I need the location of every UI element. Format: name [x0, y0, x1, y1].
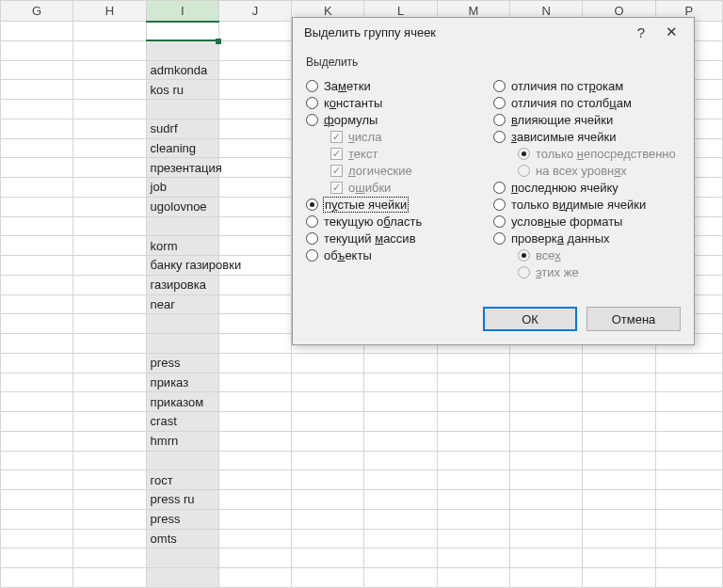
cell[interactable] — [437, 568, 509, 588]
cell[interactable] — [1, 60, 73, 80]
cell[interactable] — [1, 256, 73, 276]
cell[interactable]: презентация — [146, 158, 218, 178]
cell[interactable] — [510, 529, 583, 548]
radio-notes[interactable]: Заметки — [306, 79, 493, 93]
cell[interactable] — [1, 158, 73, 178]
cell[interactable] — [1, 178, 73, 198]
cell[interactable] — [510, 431, 583, 451]
cell[interactable] — [292, 529, 364, 548]
cell[interactable]: sudrf — [146, 119, 218, 138]
cell[interactable]: гост — [146, 470, 218, 490]
radio-condfmt[interactable]: условные форматы — [493, 215, 681, 229]
close-button[interactable]: ✕ — [656, 24, 686, 40]
cell[interactable] — [583, 451, 655, 470]
cell[interactable] — [364, 548, 437, 568]
column-header-J[interactable]: J — [218, 1, 291, 22]
cell[interactable] — [218, 548, 291, 568]
cell[interactable] — [364, 509, 437, 529]
cell[interactable] — [146, 548, 218, 568]
cell[interactable] — [510, 568, 583, 588]
radio-dependents[interactable]: зависимые ячейки — [493, 130, 681, 144]
cell[interactable] — [1, 431, 73, 451]
cell[interactable] — [73, 40, 146, 60]
cell[interactable] — [1, 138, 73, 158]
cell[interactable] — [73, 158, 146, 178]
cell[interactable] — [218, 392, 291, 412]
cell[interactable] — [1, 80, 73, 100]
cell[interactable] — [364, 412, 437, 432]
cell[interactable] — [1, 216, 73, 236]
cell[interactable] — [292, 509, 364, 529]
cell[interactable] — [364, 568, 437, 588]
cell[interactable] — [218, 490, 291, 510]
cell[interactable] — [292, 373, 364, 392]
cell[interactable] — [218, 568, 291, 588]
cell[interactable] — [655, 529, 722, 548]
cell[interactable] — [1, 490, 73, 510]
cell[interactable] — [655, 548, 722, 568]
radio-region[interactable]: текущую область — [306, 215, 493, 229]
cell[interactable]: crast — [146, 412, 218, 432]
cell[interactable] — [73, 412, 146, 432]
column-header-G[interactable]: G — [1, 1, 73, 22]
cell[interactable] — [292, 392, 364, 412]
cell[interactable] — [655, 412, 722, 432]
cell[interactable] — [73, 60, 146, 80]
cell[interactable] — [292, 451, 364, 470]
cell[interactable]: cleaning — [146, 138, 218, 158]
cell[interactable] — [437, 412, 509, 432]
cell[interactable] — [437, 392, 509, 412]
cell[interactable] — [292, 548, 364, 568]
cell[interactable] — [73, 178, 146, 198]
cell[interactable] — [364, 431, 437, 451]
cell[interactable]: ugolovnoe — [146, 197, 218, 216]
cell[interactable] — [218, 431, 291, 451]
radio-visible[interactable]: только видимые ячейки — [493, 198, 681, 212]
cell[interactable] — [1, 22, 73, 41]
cell[interactable] — [1, 373, 73, 392]
cell[interactable] — [364, 353, 437, 373]
cell[interactable] — [73, 119, 146, 138]
cell[interactable] — [218, 334, 291, 354]
cell[interactable] — [583, 353, 655, 373]
cell[interactable] — [73, 451, 146, 470]
cell[interactable] — [1, 568, 73, 588]
cell[interactable]: korm — [146, 236, 218, 256]
cell[interactable] — [292, 431, 364, 451]
cell[interactable] — [73, 294, 146, 314]
cell[interactable] — [437, 470, 509, 490]
cell[interactable] — [292, 568, 364, 588]
cell[interactable] — [1, 353, 73, 373]
cell[interactable] — [218, 529, 291, 548]
cell[interactable] — [73, 548, 146, 568]
cell[interactable] — [437, 548, 509, 568]
cell[interactable] — [1, 548, 73, 568]
cell[interactable] — [510, 412, 583, 432]
cell[interactable] — [73, 80, 146, 100]
cell[interactable] — [218, 178, 291, 198]
cell[interactable] — [1, 451, 73, 470]
column-header-I[interactable]: I — [146, 1, 218, 22]
cell[interactable] — [73, 431, 146, 451]
cell[interactable] — [364, 373, 437, 392]
radio-validation[interactable]: проверка данных — [493, 231, 681, 246]
cell[interactable] — [218, 22, 291, 41]
cell[interactable] — [218, 314, 291, 334]
cell[interactable] — [218, 275, 291, 294]
cell[interactable] — [364, 529, 437, 548]
cell[interactable] — [73, 529, 146, 548]
radio-rowdiff[interactable]: отличия по строкам — [493, 79, 681, 93]
radio-precedents[interactable]: влияющие ячейки — [493, 113, 681, 127]
cell[interactable] — [218, 197, 291, 216]
cell[interactable] — [218, 373, 291, 392]
cell[interactable] — [437, 490, 509, 510]
cell[interactable] — [583, 568, 655, 588]
cell[interactable] — [655, 373, 722, 392]
cell[interactable] — [73, 216, 146, 236]
cell[interactable] — [73, 314, 146, 334]
cell[interactable] — [655, 451, 722, 470]
cell[interactable] — [218, 353, 291, 373]
cell[interactable]: press — [146, 353, 218, 373]
cell[interactable] — [510, 548, 583, 568]
cell[interactable]: press ru — [146, 490, 218, 510]
